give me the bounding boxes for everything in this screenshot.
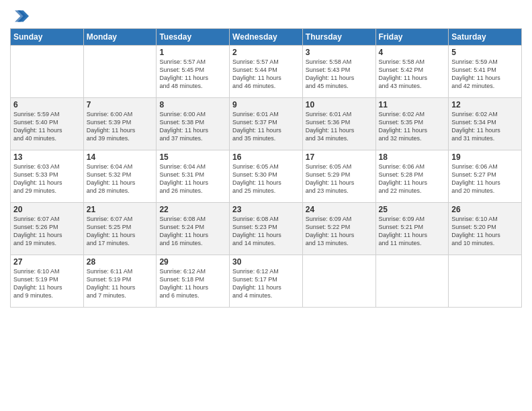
day-number: 19 <box>451 152 519 162</box>
week-row-5: 27Sunrise: 6:10 AM Sunset: 5:19 PM Dayli… <box>11 255 522 308</box>
day-number: 18 <box>379 152 446 162</box>
calendar-cell: 23Sunrise: 6:08 AM Sunset: 5:23 PM Dayli… <box>230 203 303 255</box>
day-info: Sunrise: 5:59 AM Sunset: 5:40 PM Dayligh… <box>13 110 81 143</box>
calendar-cell: 5Sunrise: 5:59 AM Sunset: 5:41 PM Daylig… <box>449 46 522 98</box>
calendar-cell: 19Sunrise: 6:06 AM Sunset: 5:27 PM Dayli… <box>449 150 522 203</box>
day-info: Sunrise: 6:10 AM Sunset: 5:20 PM Dayligh… <box>451 215 519 248</box>
calendar-cell: 12Sunrise: 6:02 AM Sunset: 5:34 PM Dayli… <box>449 98 522 150</box>
calendar-cell: 26Sunrise: 6:10 AM Sunset: 5:20 PM Dayli… <box>449 203 522 255</box>
logo-icon <box>10 7 29 26</box>
day-number: 23 <box>232 205 300 214</box>
calendar-cell: 11Sunrise: 6:02 AM Sunset: 5:35 PM Dayli… <box>375 98 449 150</box>
day-number: 13 <box>13 152 81 162</box>
day-number: 1 <box>159 48 226 57</box>
day-number: 10 <box>306 100 373 109</box>
calendar-cell: 28Sunrise: 6:11 AM Sunset: 5:19 PM Dayli… <box>83 255 157 308</box>
day-info: Sunrise: 5:58 AM Sunset: 5:42 PM Dayligh… <box>379 58 446 91</box>
day-number: 2 <box>232 48 300 57</box>
week-row-2: 6Sunrise: 5:59 AM Sunset: 5:40 PM Daylig… <box>11 98 522 150</box>
day-info: Sunrise: 6:05 AM Sunset: 5:29 PM Dayligh… <box>306 163 373 195</box>
day-info: Sunrise: 6:01 AM Sunset: 5:36 PM Dayligh… <box>306 110 373 143</box>
day-info: Sunrise: 6:01 AM Sunset: 5:37 PM Dayligh… <box>232 110 300 143</box>
calendar-cell: 18Sunrise: 6:06 AM Sunset: 5:28 PM Dayli… <box>375 150 449 203</box>
day-info: Sunrise: 6:06 AM Sunset: 5:28 PM Dayligh… <box>379 163 446 195</box>
day-number: 24 <box>306 205 373 214</box>
calendar-cell: 7Sunrise: 6:00 AM Sunset: 5:39 PM Daylig… <box>83 98 157 150</box>
logo <box>10 7 32 26</box>
day-number: 26 <box>451 205 519 214</box>
day-number: 5 <box>451 48 519 57</box>
calendar: SundayMondayTuesdayWednesdayThursdayFrid… <box>10 28 522 308</box>
day-info: Sunrise: 6:09 AM Sunset: 5:22 PM Dayligh… <box>306 215 373 248</box>
calendar-cell <box>83 46 157 98</box>
day-info: Sunrise: 6:07 AM Sunset: 5:25 PM Dayligh… <box>87 215 154 248</box>
calendar-cell: 20Sunrise: 6:07 AM Sunset: 5:26 PM Dayli… <box>11 203 84 255</box>
week-row-1: 1Sunrise: 5:57 AM Sunset: 5:45 PM Daylig… <box>11 46 522 98</box>
weekday-sunday: Sunday <box>11 29 84 46</box>
calendar-cell: 16Sunrise: 6:05 AM Sunset: 5:30 PM Dayli… <box>230 150 303 203</box>
calendar-cell: 27Sunrise: 6:10 AM Sunset: 5:19 PM Dayli… <box>11 255 84 308</box>
calendar-cell: 13Sunrise: 6:03 AM Sunset: 5:33 PM Dayli… <box>11 150 84 203</box>
day-number: 7 <box>87 100 154 109</box>
calendar-cell: 6Sunrise: 5:59 AM Sunset: 5:40 PM Daylig… <box>11 98 84 150</box>
day-number: 11 <box>379 100 446 109</box>
day-info: Sunrise: 6:12 AM Sunset: 5:18 PM Dayligh… <box>159 267 226 300</box>
calendar-cell: 17Sunrise: 6:05 AM Sunset: 5:29 PM Dayli… <box>302 150 375 203</box>
calendar-cell <box>11 46 84 98</box>
day-number: 27 <box>13 257 81 267</box>
day-info: Sunrise: 5:59 AM Sunset: 5:41 PM Dayligh… <box>451 58 519 91</box>
day-number: 21 <box>87 205 154 214</box>
calendar-cell <box>302 255 375 308</box>
day-number: 6 <box>13 100 81 109</box>
day-info: Sunrise: 6:02 AM Sunset: 5:34 PM Dayligh… <box>451 110 519 143</box>
day-info: Sunrise: 6:00 AM Sunset: 5:38 PM Dayligh… <box>159 110 226 143</box>
day-info: Sunrise: 6:11 AM Sunset: 5:19 PM Dayligh… <box>87 267 154 300</box>
calendar-cell: 30Sunrise: 6:12 AM Sunset: 5:17 PM Dayli… <box>230 255 303 308</box>
calendar-cell: 10Sunrise: 6:01 AM Sunset: 5:36 PM Dayli… <box>302 98 375 150</box>
day-info: Sunrise: 6:08 AM Sunset: 5:23 PM Dayligh… <box>232 215 300 248</box>
day-info: Sunrise: 6:04 AM Sunset: 5:32 PM Dayligh… <box>87 163 154 195</box>
weekday-tuesday: Tuesday <box>157 29 230 46</box>
header <box>10 7 522 26</box>
calendar-cell: 29Sunrise: 6:12 AM Sunset: 5:18 PM Dayli… <box>157 255 230 308</box>
calendar-cell: 25Sunrise: 6:09 AM Sunset: 5:21 PM Dayli… <box>375 203 449 255</box>
day-info: Sunrise: 6:08 AM Sunset: 5:24 PM Dayligh… <box>159 215 226 248</box>
main-container: SundayMondayTuesdayWednesdayThursdayFrid… <box>0 0 532 314</box>
day-number: 17 <box>306 152 373 162</box>
day-number: 12 <box>451 100 519 109</box>
day-number: 15 <box>159 152 226 162</box>
day-number: 3 <box>306 48 373 57</box>
calendar-cell <box>449 255 522 308</box>
calendar-cell <box>375 255 449 308</box>
weekday-saturday: Saturday <box>449 29 522 46</box>
day-number: 16 <box>232 152 300 162</box>
calendar-cell: 3Sunrise: 5:58 AM Sunset: 5:43 PM Daylig… <box>302 46 375 98</box>
day-number: 9 <box>232 100 300 109</box>
weekday-friday: Friday <box>375 29 449 46</box>
calendar-cell: 24Sunrise: 6:09 AM Sunset: 5:22 PM Dayli… <box>302 203 375 255</box>
day-info: Sunrise: 5:57 AM Sunset: 5:45 PM Dayligh… <box>159 58 226 91</box>
day-number: 28 <box>87 257 154 267</box>
calendar-cell: 21Sunrise: 6:07 AM Sunset: 5:25 PM Dayli… <box>83 203 157 255</box>
day-number: 25 <box>379 205 446 214</box>
calendar-cell: 4Sunrise: 5:58 AM Sunset: 5:42 PM Daylig… <box>375 46 449 98</box>
weekday-thursday: Thursday <box>302 29 375 46</box>
day-number: 4 <box>379 48 446 57</box>
day-number: 20 <box>13 205 81 214</box>
day-info: Sunrise: 5:58 AM Sunset: 5:43 PM Dayligh… <box>306 58 373 91</box>
day-number: 22 <box>159 205 226 214</box>
day-info: Sunrise: 6:12 AM Sunset: 5:17 PM Dayligh… <box>232 267 300 300</box>
day-info: Sunrise: 6:00 AM Sunset: 5:39 PM Dayligh… <box>87 110 154 143</box>
day-info: Sunrise: 6:04 AM Sunset: 5:31 PM Dayligh… <box>159 163 226 195</box>
calendar-cell: 8Sunrise: 6:00 AM Sunset: 5:38 PM Daylig… <box>157 98 230 150</box>
calendar-cell: 14Sunrise: 6:04 AM Sunset: 5:32 PM Dayli… <box>83 150 157 203</box>
day-info: Sunrise: 6:07 AM Sunset: 5:26 PM Dayligh… <box>13 215 81 248</box>
day-number: 14 <box>87 152 154 162</box>
calendar-cell: 15Sunrise: 6:04 AM Sunset: 5:31 PM Dayli… <box>157 150 230 203</box>
day-info: Sunrise: 5:57 AM Sunset: 5:44 PM Dayligh… <box>232 58 300 91</box>
weekday-header-row: SundayMondayTuesdayWednesdayThursdayFrid… <box>11 29 522 46</box>
week-row-3: 13Sunrise: 6:03 AM Sunset: 5:33 PM Dayli… <box>11 150 522 203</box>
day-info: Sunrise: 6:09 AM Sunset: 5:21 PM Dayligh… <box>379 215 446 248</box>
day-number: 8 <box>159 100 226 109</box>
day-info: Sunrise: 6:03 AM Sunset: 5:33 PM Dayligh… <box>13 163 81 195</box>
